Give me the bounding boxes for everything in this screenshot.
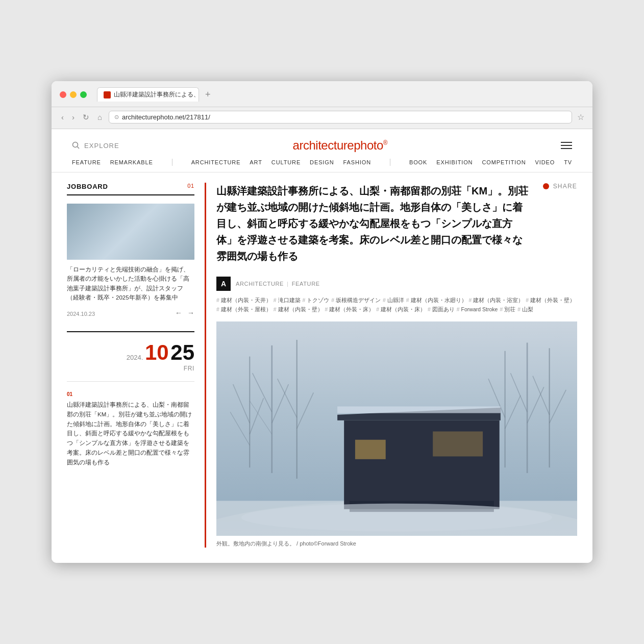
explore-label: EXPLORE [84, 142, 119, 150]
sidebar-article-title: 山縣洋建築設計事務所による、山梨・南都留郡の別荘「KM」。別荘が建ち並ぶ地域の開… [67, 400, 194, 468]
sidebar-nav-arrows: ← → [175, 309, 194, 317]
nav-item-book[interactable]: BOOK [409, 159, 427, 165]
active-tab[interactable]: 山縣洋建築設計事務所による、山... ✕ [97, 87, 199, 102]
svg-rect-30 [337, 406, 501, 413]
nav-item-remarkable[interactable]: REMARKABLE [110, 159, 153, 165]
svg-rect-28 [433, 431, 483, 456]
address-bar[interactable]: ⊙ architecturephoto.net/217811/ [109, 111, 572, 123]
menu-line-1 [561, 142, 572, 143]
next-arrow[interactable]: → [187, 309, 194, 317]
nav-item-art[interactable]: ART [250, 159, 262, 165]
menu-line-2 [561, 145, 572, 146]
tag-3[interactable]: 坂根構造デザイン [331, 297, 381, 304]
tab-favicon [104, 91, 111, 98]
fullscreen-traffic-light[interactable] [80, 91, 87, 98]
tag-0[interactable]: 建材（内装・天井） [216, 297, 271, 304]
article-header-row: 山縣洋建築設計事務所による、山梨・南都留郡の別荘「KM」。別荘が建ち並ぶ地域の開… [216, 183, 577, 273]
bookmark-button[interactable]: ☆ [577, 112, 584, 122]
tag-7[interactable]: 建材（外装・壁） [526, 297, 575, 304]
tag-1[interactable]: 滝口建築 [274, 297, 301, 304]
jobboard-title: JOBBOARD [67, 183, 108, 190]
sidebar-card-text: 「ローカリティと先端技術の融合」を掲げ、所属者の才能をいかした活動を心掛ける「高… [67, 265, 194, 303]
menu-line-3 [561, 148, 572, 149]
sidebar-article-num: 01 [67, 391, 72, 397]
nav-item-fashion[interactable]: FASHION [343, 159, 371, 165]
nav-item-design[interactable]: DESIGN [310, 159, 334, 165]
tag-6[interactable]: 建材（内装・浴室） [469, 297, 524, 304]
share-area[interactable]: SHARE [543, 183, 577, 190]
nav-item-culture[interactable]: CULTURE [271, 159, 301, 165]
article-image [216, 321, 577, 536]
prev-arrow[interactable]: ← [175, 309, 182, 317]
share-label: SHARE [553, 183, 577, 190]
nav-group-3: BOOK EXHIBITION COMPETITION VIDEO TV [409, 159, 572, 165]
article-meta: A ARCHITECTURE | FEATURE [216, 277, 577, 291]
tab-bar: 山縣洋建築設計事務所による、山... ✕ + [97, 87, 584, 102]
nav-item-tv[interactable]: TV [564, 159, 572, 165]
search-area[interactable]: EXPLORE [72, 141, 119, 150]
article-cat1[interactable]: ARCHITECTURE [236, 281, 284, 287]
article-letter: A [216, 277, 231, 291]
nav-item-architecture[interactable]: ARCHITECTURE [191, 159, 241, 165]
article-title: 山縣洋建築設計事務所による、山梨・南都留郡の別荘「KM」。別荘が建ち並ぶ地域の開… [216, 183, 533, 264]
date-day-label: FRI [67, 365, 194, 372]
nav-group-2: ARCHITECTURE ART CULTURE DESIGN FASHION [191, 159, 371, 165]
sidebar-card-image-inner [67, 204, 194, 260]
sidebar-card-footer: 2024.10.23 ← → [67, 307, 194, 317]
svg-line-1 [78, 147, 80, 149]
tag-9[interactable]: 建材（内装・壁） [274, 306, 323, 313]
logo-sup: ® [383, 139, 387, 146]
site-content: EXPLORE architecturephoto® FEATURE REMAR… [52, 129, 592, 563]
image-caption: 外観。敷地内の南側より見る。 / photo©Forward Stroke [216, 540, 577, 548]
nav-item-video[interactable]: VIDEO [535, 159, 555, 165]
tag-11[interactable]: 建材（内装・床） [376, 306, 426, 313]
svg-rect-27 [355, 440, 386, 459]
tag-14[interactable]: 別荘 [500, 306, 515, 313]
nav-item-competition[interactable]: COMPETITION [482, 159, 526, 165]
nav-item-feature[interactable]: FEATURE [72, 159, 101, 165]
jobboard-section: JOBBOARD 01 [67, 183, 194, 195]
address-icon: ⊙ [114, 114, 119, 120]
date-display: 2024. 10 25 FRI [67, 340, 194, 372]
site-logo[interactable]: architecturephoto® [293, 138, 388, 153]
nav-separator-2 [390, 159, 390, 166]
traffic-lights [60, 91, 87, 98]
sidebar-article: 01 山縣洋建築設計事務所による、山梨・南都留郡の別荘「KM」。別荘が建ち並ぶ地… [67, 381, 194, 468]
tag-5[interactable]: 建材（内装・水廻り） [406, 297, 467, 304]
nav-separator-1 [172, 159, 172, 166]
logo-text: architecturephoto [293, 138, 383, 152]
tag-4[interactable]: 山縣洋 [383, 297, 404, 304]
date-month: 10 [145, 340, 169, 364]
refresh-button[interactable]: ↻ [81, 113, 91, 122]
date-year: 2024. 10 25 [67, 340, 194, 365]
article-cat2[interactable]: FEATURE [292, 281, 320, 287]
article-image-svg [216, 321, 577, 536]
site-nav: FEATURE REMARKABLE ARCHITECTURE ART CULT… [52, 153, 592, 172]
site-header: EXPLORE architecturephoto® [52, 129, 592, 153]
tag-13[interactable]: Forward Stroke [457, 306, 498, 313]
minimize-traffic-light[interactable] [70, 91, 77, 98]
share-dot [543, 183, 549, 189]
back-button[interactable]: ‹ [60, 113, 65, 121]
tab-title: 山縣洋建築設計事務所による、山... [114, 90, 199, 99]
browser-addressbar: ‹ › ↻ ⌂ ⊙ architecturephoto.net/217811/ … [52, 107, 592, 129]
svg-point-31 [241, 504, 552, 531]
sidebar-card-date: 2024.10.23 [67, 311, 95, 317]
new-tab-button[interactable]: + [203, 89, 213, 100]
browser-titlebar: 山縣洋建築設計事務所による、山... ✕ + [52, 81, 592, 107]
tag-2[interactable]: トクゾウ [303, 297, 330, 304]
tag-15[interactable]: 山梨 [517, 306, 533, 313]
home-button[interactable]: ⌂ [96, 113, 104, 121]
forward-button[interactable]: › [70, 113, 76, 121]
jobboard-count: 01 [187, 183, 194, 190]
tag-12[interactable]: 図面あり [428, 306, 455, 313]
tag-10[interactable]: 建材（外装・床） [325, 306, 375, 313]
tag-8[interactable]: 建材（外装・屋根） [216, 306, 271, 313]
nav-item-exhibition[interactable]: EXHIBITION [436, 159, 473, 165]
content-divider [205, 183, 206, 548]
menu-button[interactable] [561, 142, 572, 149]
close-traffic-light[interactable] [60, 91, 66, 98]
cat-separator: | [287, 281, 289, 287]
sidebar: JOBBOARD 01 「ローカリティと先端技術の融合」を掲げ、所属者の才能をい… [67, 183, 205, 548]
search-icon [72, 141, 80, 150]
